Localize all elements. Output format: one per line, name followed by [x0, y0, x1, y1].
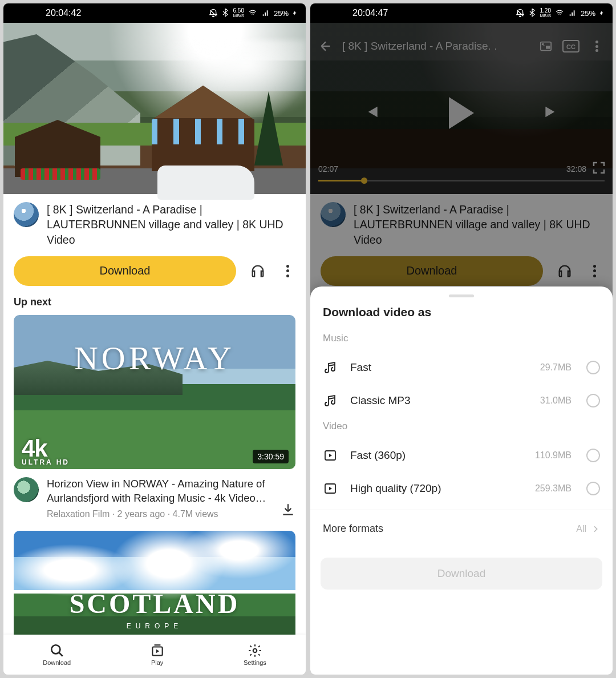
charging-icon [292, 9, 298, 18]
group-music: Music [310, 329, 613, 351]
signal-icon [261, 9, 270, 17]
battery-text: 25% [274, 9, 289, 18]
svg-point-2 [253, 649, 257, 653]
video-icon [323, 448, 338, 463]
radio[interactable] [586, 482, 600, 495]
status-bar: 20:04:47 1.20MB/S 25% [310, 3, 613, 23]
sheet-grabber[interactable] [449, 294, 474, 297]
music-note-icon [323, 360, 338, 375]
thumb-overlay-title: NORWAY [14, 339, 295, 377]
music-note-icon [323, 393, 338, 408]
radio[interactable] [586, 394, 600, 407]
status-bar: 20:04:42 6.50MB/S 25% [3, 3, 306, 23]
download-row: Download [3, 253, 306, 294]
search-icon [50, 643, 64, 658]
status-time: 20:04:47 [352, 8, 388, 18]
video-icon [323, 481, 338, 496]
bluetooth-icon [528, 9, 536, 18]
left-screen: 20:04:42 6.50MB/S 25% [ 8K ] Switzerland… [3, 3, 306, 675]
dnd-icon [209, 9, 218, 18]
upnext-item-row[interactable]: Horizon View in NORWAY - Amazing Nature … [3, 469, 306, 522]
status-time: 20:04:42 [46, 8, 81, 18]
bottom-nav: Download Play Settings [3, 635, 306, 675]
sheet-heading: Download video as [310, 305, 613, 329]
dnd-icon [516, 9, 525, 18]
bluetooth-icon [221, 9, 229, 18]
svg-point-0 [51, 645, 60, 653]
wifi-icon [248, 9, 258, 17]
upnext-channel-avatar[interactable] [14, 477, 39, 502]
nav-play[interactable]: Play [150, 643, 165, 666]
chevron-right-icon [591, 524, 600, 534]
thumb2-subtitle: EUROPE [14, 622, 295, 630]
battery-text: 25% [581, 9, 595, 18]
thumb-4k-badge: 4kULTRA HD [22, 438, 70, 466]
headphones-icon[interactable] [250, 263, 266, 279]
thumb-duration: 3:30:59 [253, 450, 289, 463]
video-title-row: [ 8K ] Switzerland - A Paradise | LAUTER… [3, 194, 306, 253]
wifi-icon [554, 9, 565, 17]
channel-avatar[interactable] [14, 202, 39, 227]
data-rate: 1.20MB/S [540, 8, 551, 18]
download-button[interactable]: Download [14, 256, 236, 286]
download-item-icon[interactable] [281, 502, 295, 517]
signal-icon [568, 9, 577, 17]
nav-settings[interactable]: Settings [244, 643, 266, 666]
upnext-item-meta: Relaxation Film · 2 years ago · 4.7M vie… [47, 509, 273, 519]
upnext-label: Up next [3, 294, 306, 315]
more-icon[interactable] [279, 265, 295, 277]
more-formats-row[interactable]: More formats All [310, 510, 613, 547]
play-library-icon [150, 643, 165, 658]
upnext-thumb-1[interactable]: NORWAY 4kULTRA HD 3:30:59 [14, 315, 295, 469]
charging-icon [599, 9, 605, 18]
hero-thumbnail[interactable] [3, 23, 306, 194]
status-icons: 6.50MB/S 25% [209, 8, 298, 18]
upnext-item-title: Horizon View in NORWAY - Amazing Nature … [47, 477, 273, 506]
nav-download[interactable]: Download [43, 643, 71, 666]
option-music-fast[interactable]: Fast 29.7MB [310, 351, 613, 384]
sheet-download-button[interactable]: Download [321, 558, 602, 590]
status-icons: 1.20MB/S 25% [516, 8, 605, 18]
gear-icon [248, 643, 262, 658]
right-screen: 20:04:47 1.20MB/S 25% [ 8K ] Switzerland… [310, 3, 613, 675]
data-rate: 6.50MB/S [233, 8, 244, 18]
radio[interactable] [586, 361, 600, 374]
video-title: [ 8K ] Switzerland - A Paradise | LAUTER… [47, 202, 295, 247]
radio[interactable] [586, 449, 600, 462]
group-video: Video [310, 417, 613, 439]
thumb2-overlay-title: SCOTLAND [14, 588, 295, 619]
option-video-360p[interactable]: Fast (360p) 110.9MB [310, 439, 613, 472]
download-sheet: Download video as Music Fast 29.7MB Clas… [310, 286, 613, 675]
option-video-720p[interactable]: High quality (720p) 259.3MB [310, 472, 613, 505]
option-music-mp3[interactable]: Classic MP3 31.0MB [310, 384, 613, 417]
